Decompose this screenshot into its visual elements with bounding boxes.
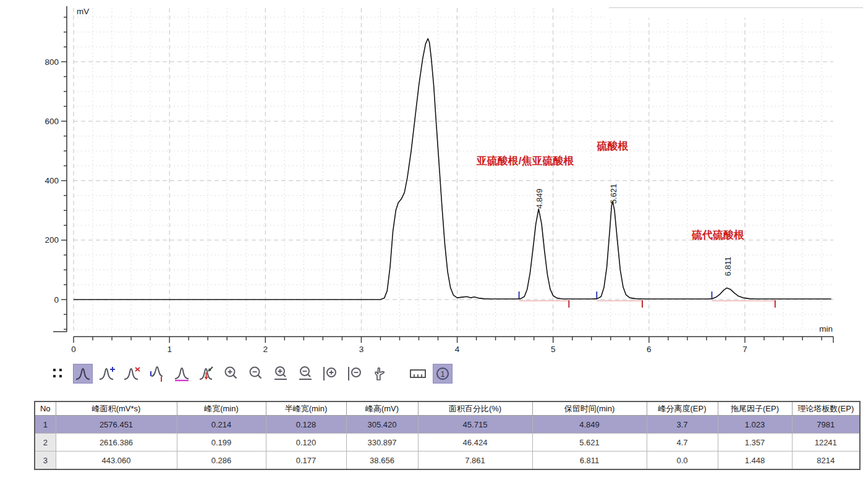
table-header-cell[interactable]: 半峰宽(min) <box>266 401 346 416</box>
table-cell[interactable]: 38.656 <box>346 452 418 470</box>
ruler-icon[interactable] <box>408 364 428 384</box>
table-cell[interactable]: 1.023 <box>718 416 792 434</box>
y-axis-tick-label: 0 <box>54 295 59 304</box>
peak-delete-icon[interactable] <box>122 364 142 384</box>
table-cell[interactable]: 0.128 <box>266 416 346 434</box>
table-cell[interactable]: 2616.386 <box>56 434 177 452</box>
y-axis-tick-label: 400 <box>45 176 59 185</box>
table-cell[interactable]: 0.214 <box>177 416 266 434</box>
table-header-cell[interactable]: 峰宽(min) <box>177 401 266 416</box>
table-header-cell[interactable]: No <box>35 401 56 416</box>
table-cell[interactable]: 45.715 <box>418 416 532 434</box>
row-number-cell[interactable]: 1 <box>35 416 56 434</box>
x-axis-tick-label: 2 <box>263 345 268 354</box>
table-cell[interactable]: 0.286 <box>177 452 266 470</box>
table-cell[interactable]: 1.357 <box>718 434 792 452</box>
y-axis-unit-label: mV <box>77 7 89 16</box>
peak-split-icon[interactable] <box>197 364 216 384</box>
table-cell[interactable]: 12241 <box>792 434 860 452</box>
table-header-cell[interactable]: 拖尾因子(EP) <box>718 401 792 416</box>
x-axis-unit-label: min <box>819 324 833 334</box>
chromatogram-trace <box>74 39 831 300</box>
table-cell[interactable]: 1.448 <box>718 452 792 470</box>
channel-number-label: 1 <box>441 370 445 379</box>
peak-name-label: 亚硫酸根/焦亚硫酸根 <box>477 155 575 167</box>
row-number-cell[interactable]: 3 <box>35 452 56 470</box>
table-header-cell[interactable]: 峰面积(mV*s) <box>56 401 177 416</box>
table-row[interactable]: 12576.4510.2140.128305.42045.7154.8493.7… <box>35 416 860 434</box>
chromatography-workstation-window: 8006004002000mV01234567min4.8495.6216.81… <box>0 0 863 504</box>
chart-toolbar: 1 <box>48 362 453 385</box>
y-axis-tick-label: 200 <box>45 235 59 245</box>
zoom-in-vertical-icon[interactable] <box>320 364 340 384</box>
x-axis-tick-label: 0 <box>71 345 76 354</box>
expand-icon[interactable] <box>48 364 68 384</box>
peak-edge-markers-icon[interactable] <box>147 364 167 384</box>
table-cell[interactable]: 0.177 <box>266 452 346 470</box>
table-cell[interactable]: 330.897 <box>346 434 418 452</box>
table-cell[interactable]: 0.120 <box>266 434 346 452</box>
peak-add-icon[interactable] <box>98 364 117 384</box>
x-axis-tick-label: 6 <box>647 345 652 354</box>
table-row[interactable]: 22616.3860.1990.120330.89746.4245.6214.7… <box>35 434 860 452</box>
channel-1-icon[interactable]: 1 <box>433 364 453 384</box>
row-number-cell[interactable]: 2 <box>35 434 56 452</box>
table-cell[interactable]: 305.420 <box>346 416 418 434</box>
table-header-cell[interactable]: 面积百分比(%) <box>418 401 532 416</box>
x-axis-tick-label: 1 <box>167 345 172 354</box>
x-axis-tick-label: 7 <box>742 345 747 354</box>
table-cell[interactable]: 7.861 <box>418 452 532 470</box>
table-header-cell[interactable]: 理论塔板数(EP) <box>792 401 860 416</box>
zoom-out-horizontal-icon[interactable] <box>295 364 315 384</box>
peak-name-label: 硫酸根 <box>596 140 629 152</box>
zoom-in-horizontal-icon[interactable] <box>271 364 291 384</box>
table-cell[interactable]: 6.811 <box>532 452 647 470</box>
plot-top-right-blank <box>605 8 863 18</box>
x-axis-tick-label: 5 <box>551 345 556 354</box>
table-header-cell[interactable]: 峰分离度(EP) <box>647 401 718 416</box>
table-cell[interactable]: 7981 <box>792 416 860 434</box>
zoom-out-vertical-icon[interactable] <box>345 364 365 384</box>
table-cell[interactable]: 443.060 <box>56 452 177 470</box>
peak-name-label: 硫代硫酸根 <box>691 229 745 241</box>
chromatogram-panel: 8006004002000mV01234567min4.8495.6216.81… <box>0 0 863 359</box>
table-header-cell[interactable]: 保留时间(min) <box>532 401 647 416</box>
table-cell[interactable]: 8214 <box>792 452 860 470</box>
peak-baseline-icon[interactable] <box>172 364 192 384</box>
retention-time-label: 6.811 <box>723 256 733 276</box>
table-cell[interactable]: 0.199 <box>177 434 266 452</box>
peak-tool-icon[interactable] <box>73 364 93 384</box>
table-cell[interactable]: 4.7 <box>647 434 718 452</box>
table-cell[interactable]: 3.7 <box>647 416 718 434</box>
table-cell[interactable]: 5.621 <box>532 434 647 452</box>
pan-hand-icon[interactable] <box>370 364 389 384</box>
table-header-row: No峰面积(mV*s)峰宽(min)半峰宽(min)峰高(mV)面积百分比(%)… <box>35 401 860 416</box>
table-cell[interactable]: 0.0 <box>647 452 718 470</box>
y-axis-tick-label: 600 <box>45 117 59 126</box>
retention-time-label: 5.621 <box>609 183 618 204</box>
x-axis-tick-label: 4 <box>455 345 460 354</box>
retention-time-label: 4.849 <box>535 188 544 209</box>
table-cell[interactable]: 4.849 <box>532 416 647 434</box>
y-axis-tick-label: 800 <box>45 57 59 67</box>
x-axis-tick-label: 3 <box>359 345 364 354</box>
table-cell[interactable]: 46.424 <box>418 434 532 452</box>
table-cell[interactable]: 2576.451 <box>56 416 177 434</box>
chromatogram-canvas[interactable]: 8006004002000mV01234567min4.8495.6216.81… <box>0 0 863 359</box>
zoom-in-icon[interactable] <box>221 364 241 384</box>
table-header-cell[interactable]: 峰高(mV) <box>346 401 418 416</box>
table-row[interactable]: 3443.0600.2860.17738.6567.8616.8110.01.4… <box>35 452 860 470</box>
zoom-out-icon[interactable] <box>246 364 266 384</box>
peak-results-table[interactable]: No峰面积(mV*s)峰宽(min)半峰宽(min)峰高(mV)面积百分比(%)… <box>34 401 861 470</box>
